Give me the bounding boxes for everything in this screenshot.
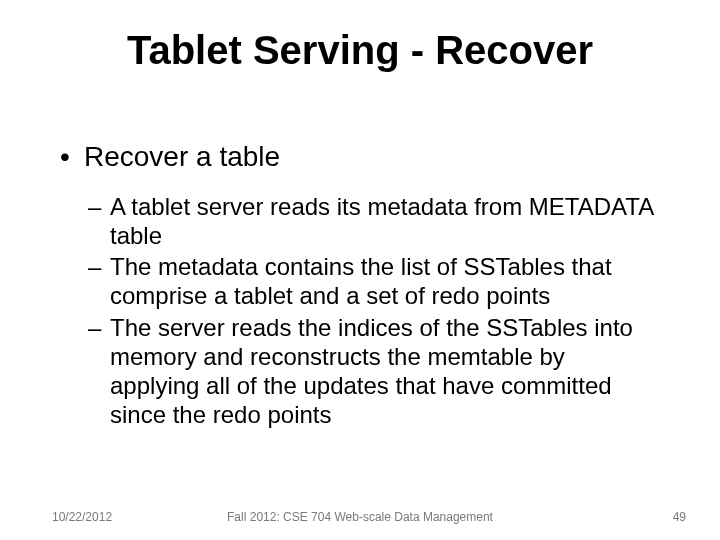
bullet-level-2: A tablet server reads its metadata from … — [88, 192, 660, 251]
footer-page-number: 49 — [673, 510, 686, 524]
footer-course: Fall 2012: CSE 704 Web-scale Data Manage… — [0, 510, 720, 524]
bullet-level-2: The server reads the indices of the SSTa… — [88, 313, 660, 430]
bullet-level-2: The metadata contains the list of SSTabl… — [88, 252, 660, 311]
slide-title: Tablet Serving - Recover — [0, 28, 720, 73]
bullet-level-1: Recover a table — [60, 140, 660, 174]
slide-content: Recover a table A tablet server reads it… — [60, 140, 660, 432]
slide: Tablet Serving - Recover Recover a table… — [0, 0, 720, 540]
